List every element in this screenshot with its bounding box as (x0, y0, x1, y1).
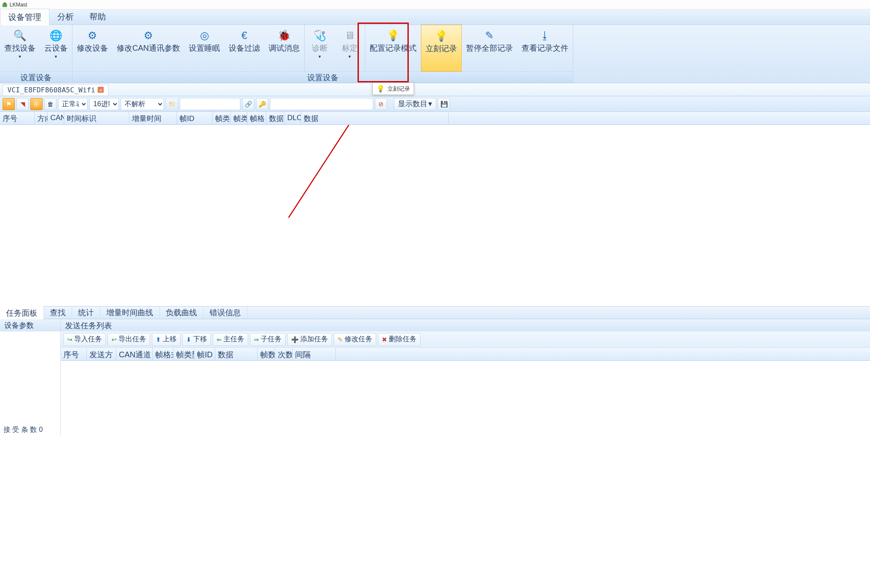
grid-col-header[interactable]: 序号 (0, 112, 35, 124)
lightbulb-icon: 💡 (387, 28, 400, 43)
task-col-header[interactable]: 帧ID (194, 348, 215, 360)
svg-marker-1 (3, 2, 7, 3)
config-record-mode-button[interactable]: 💡 配置记录模式 (365, 25, 421, 72)
task-上移-button[interactable]: ⬆上移 (152, 333, 181, 346)
link-button[interactable]: 🔗 (242, 98, 254, 110)
task-col-header[interactable]: CAN通道 (116, 348, 153, 360)
task-col-header[interactable]: 次数 (275, 348, 292, 360)
chevron-down-icon: ▾ (428, 99, 432, 108)
search-icon: 🔍 (13, 28, 26, 43)
grid-col-header[interactable]: 数据 (266, 112, 285, 124)
grid-col-header[interactable]: 帧类 (213, 112, 231, 124)
gear-icon: ⚙ (88, 28, 97, 43)
menu-analysis[interactable]: 分析 (49, 9, 82, 25)
calibrate-button[interactable]: 🖥 标定 ▾ (335, 25, 365, 72)
task-col-header[interactable]: 间隔 (292, 348, 336, 360)
find-device-button[interactable]: 🔍 查找设备 ▾ (0, 25, 40, 72)
app-icon (2, 2, 8, 8)
bottom-tab[interactable]: 负载曲线 (160, 306, 204, 320)
group-label-2: 设置设备 (72, 72, 573, 83)
menu-device-mgmt[interactable]: 设备管理 (0, 9, 49, 26)
task-grid-body[interactable] (61, 361, 870, 436)
task-修改任务-button[interactable]: ✎修改任务 (334, 333, 376, 346)
device-params-panel: 设备参数 接 受 条 数 0 (0, 319, 61, 436)
menu-bar: 设备管理 分析 帮助 (0, 10, 870, 25)
task-主任务-button[interactable]: ⇐主任务 (213, 333, 248, 346)
modify-can-params-button[interactable]: ⚙ 修改CAN通讯参数 (112, 25, 184, 72)
task-icon: ✖ (382, 336, 387, 343)
device-filter-button[interactable]: € 设备过滤 (224, 25, 264, 72)
trash-icon: 🗑 (47, 101, 53, 108)
task-导出任务-button[interactable]: ↩导出任务 (108, 333, 150, 346)
bottom-tab[interactable]: 查找 (44, 306, 72, 320)
grid-col-header[interactable]: 增量时间 (129, 112, 177, 124)
bug-icon: 🐞 (278, 28, 291, 43)
pause-button[interactable]: ⦿ (30, 98, 43, 110)
grid-col-header[interactable]: CAN (48, 112, 64, 124)
task-col-header[interactable]: 序号 (61, 348, 87, 360)
view-record-file-button[interactable]: ⭳ 查看记录文件 (517, 25, 573, 72)
task-下移-button[interactable]: ⬇下移 (182, 333, 211, 346)
modify-device-button[interactable]: ⚙ 修改设备 (72, 25, 112, 72)
pause-icon: ⦿ (33, 101, 39, 108)
open-folder-button[interactable]: 📁 (166, 98, 178, 110)
grid-body[interactable] (0, 125, 870, 306)
grid-col-header[interactable]: 数据 (301, 112, 449, 124)
grid-col-header[interactable]: 时间标识 (64, 112, 129, 124)
grid-col-header[interactable]: 方向 (35, 112, 48, 124)
grid-col-header[interactable]: DLC (285, 112, 301, 124)
show-count-button[interactable]: 显示数目▾ (394, 98, 436, 110)
bottom-tab[interactable]: 增量时间曲线 (100, 306, 160, 320)
doc-tab[interactable]: VCI_E8FDF8608A5C_Wifi ✕ (3, 84, 108, 95)
pause-all-record-button[interactable]: ✎ 暂停全部记录 (462, 25, 517, 72)
set-sleep-button[interactable]: ◎ 设置睡眠 (184, 25, 224, 72)
file-input[interactable] (180, 98, 240, 110)
debug-msg-button[interactable]: 🐞 调试消息 (264, 25, 304, 72)
parse-select[interactable]: 不解析 (121, 98, 164, 110)
task-col-header[interactable]: 帧数 (258, 348, 275, 360)
send-task-title: 发送任务列表 (61, 319, 870, 331)
close-icon[interactable]: ✕ (98, 87, 104, 93)
menu-help[interactable]: 帮助 (82, 9, 114, 25)
stop-icon: ◥ (20, 101, 25, 108)
chevron-down-icon: ▾ (348, 54, 351, 59)
task-icon: ⬇ (186, 336, 191, 343)
task-col-header[interactable]: 发送方 (87, 348, 116, 360)
key-button[interactable]: 🔑 (256, 98, 268, 110)
task-col-header[interactable]: 数据 (215, 348, 258, 360)
grid-col-header[interactable]: 帧ID (177, 112, 213, 124)
search-input[interactable] (270, 98, 373, 110)
radix-select[interactable]: 16进制 (89, 98, 119, 110)
save-button[interactable]: 💾 (438, 98, 450, 110)
bottom-tab[interactable]: 统计 (72, 306, 100, 320)
bottom-tab[interactable]: 错误信息 (204, 306, 247, 320)
stop-button[interactable]: ◥ (16, 98, 29, 110)
task-导入任务-button[interactable]: ↪导入任务 (63, 333, 106, 346)
delete-button[interactable]: 🗑 (44, 98, 56, 110)
cancel-search-button[interactable]: ⊘ (375, 98, 387, 110)
task-删除任务-button[interactable]: ✖删除任务 (378, 333, 420, 346)
cancel-icon: ⊘ (378, 101, 384, 108)
task-col-header[interactable]: 帧类型 (174, 348, 194, 360)
bottom-tab[interactable]: 任务面板 (0, 306, 44, 320)
task-子任务-button[interactable]: ⇒子任务 (250, 333, 286, 346)
task-添加任务-button[interactable]: ➕添加任务 (287, 333, 332, 346)
grid-col-header[interactable]: 帧类 (231, 112, 247, 124)
svg-rect-0 (3, 4, 7, 7)
record-now-button[interactable]: 💡 立刻记录 (421, 25, 462, 72)
filter-icon: € (241, 28, 247, 43)
record-button[interactable]: ⚑ (3, 98, 15, 110)
table-mode-select[interactable]: 正常表 (58, 98, 88, 110)
key-icon: 🔑 (259, 101, 266, 108)
diagnose-button[interactable]: 🩺 诊断 ▾ (304, 25, 335, 72)
cloud-device-button[interactable]: 🌐 云设备 ▾ (40, 25, 72, 72)
grid-header: 序号方向CAN时间标识增量时间帧ID帧类帧类帧格数据DLC数据 (0, 112, 870, 125)
task-icon: ⇐ (217, 336, 222, 343)
grid-col-header[interactable]: 帧格 (247, 112, 266, 124)
group-label-1: 设置设备 (0, 72, 72, 83)
task-grid-header: 序号发送方CAN通道帧格式帧类型帧ID数据帧数次数间隔 (61, 348, 870, 361)
task-col-header[interactable]: 帧格式 (153, 348, 174, 360)
task-icon: ↪ (67, 336, 72, 343)
send-task-panel: 发送任务列表 ↪导入任务↩导出任务⬆上移⬇下移⇐主任务⇒子任务➕添加任务✎修改任… (61, 319, 870, 436)
task-icon: ➕ (291, 336, 299, 343)
